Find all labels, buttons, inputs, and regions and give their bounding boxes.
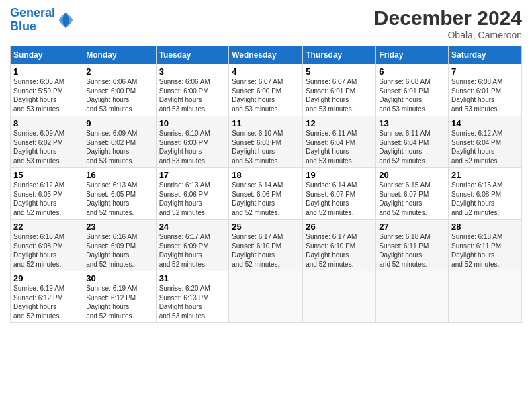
- day-info: Sunrise: 6:13 AM Sunset: 6:06 PM Dayligh…: [159, 181, 226, 217]
- table-row: 11 Sunrise: 6:10 AM Sunset: 6:03 PM Dayl…: [229, 116, 303, 168]
- calendar-week-4: 22 Sunrise: 6:16 AM Sunset: 6:08 PM Dayl…: [11, 220, 522, 271]
- day-info: Sunrise: 6:20 AM Sunset: 6:13 PM Dayligh…: [159, 284, 226, 320]
- day-info: Sunrise: 6:15 AM Sunset: 6:07 PM Dayligh…: [379, 181, 445, 217]
- day-info: Sunrise: 6:19 AM Sunset: 6:12 PM Dayligh…: [86, 284, 152, 320]
- day-number: 17: [159, 170, 226, 180]
- table-row: [303, 271, 376, 323]
- day-info: Sunrise: 6:09 AM Sunset: 6:02 PM Dayligh…: [86, 129, 152, 165]
- day-number: 8: [13, 118, 80, 128]
- table-row: 31 Sunrise: 6:20 AM Sunset: 6:13 PM Dayl…: [156, 271, 229, 323]
- calendar-week-3: 15 Sunrise: 6:12 AM Sunset: 6:05 PM Dayl…: [11, 168, 522, 220]
- table-row: 16 Sunrise: 6:13 AM Sunset: 6:05 PM Dayl…: [83, 168, 156, 220]
- day-info: Sunrise: 6:17 AM Sunset: 6:10 PM Dayligh…: [232, 232, 300, 269]
- day-number: 28: [451, 222, 519, 232]
- day-number: 27: [379, 222, 445, 232]
- day-number: 15: [13, 170, 80, 180]
- table-row: 28 Sunrise: 6:18 AM Sunset: 6:11 PM Dayl…: [449, 220, 522, 271]
- day-info: Sunrise: 6:18 AM Sunset: 6:11 PM Dayligh…: [451, 232, 519, 269]
- day-info: Sunrise: 6:07 AM Sunset: 6:00 PM Dayligh…: [232, 77, 300, 113]
- day-info: Sunrise: 6:14 AM Sunset: 6:07 PM Dayligh…: [306, 181, 373, 217]
- day-number: 25: [232, 222, 300, 232]
- day-info: Sunrise: 6:13 AM Sunset: 6:05 PM Dayligh…: [86, 181, 152, 217]
- table-row: 9 Sunrise: 6:09 AM Sunset: 6:02 PM Dayli…: [83, 116, 156, 168]
- day-info: Sunrise: 6:17 AM Sunset: 6:09 PM Dayligh…: [159, 232, 226, 269]
- table-row: 5 Sunrise: 6:07 AM Sunset: 6:01 PM Dayli…: [303, 64, 376, 116]
- table-row: 14 Sunrise: 6:12 AM Sunset: 6:04 PM Dayl…: [449, 116, 522, 168]
- day-number: 19: [306, 170, 373, 180]
- table-row: 8 Sunrise: 6:09 AM Sunset: 6:02 PM Dayli…: [11, 116, 83, 168]
- day-number: 23: [86, 222, 152, 232]
- day-number: 12: [306, 118, 373, 128]
- day-number: 11: [232, 118, 300, 128]
- day-number: 1: [13, 66, 80, 77]
- day-number: 26: [306, 222, 373, 232]
- table-row: 25 Sunrise: 6:17 AM Sunset: 6:10 PM Dayl…: [229, 220, 303, 271]
- table-row: [449, 271, 522, 323]
- title-block: December 2024 Obala, Cameroon: [374, 7, 522, 40]
- logo-text: General Blue: [10, 7, 55, 34]
- day-info: Sunrise: 6:16 AM Sunset: 6:09 PM Dayligh…: [86, 232, 152, 269]
- table-row: 1 Sunrise: 6:05 AM Sunset: 5:59 PM Dayli…: [11, 64, 83, 116]
- day-number: 9: [86, 118, 152, 128]
- day-info: Sunrise: 6:18 AM Sunset: 6:11 PM Dayligh…: [379, 232, 445, 269]
- day-number: 2: [86, 66, 152, 77]
- day-number: 5: [306, 66, 373, 77]
- day-info: Sunrise: 6:09 AM Sunset: 6:02 PM Dayligh…: [13, 129, 80, 165]
- logo-general: General: [10, 6, 55, 19]
- col-monday: Monday: [83, 46, 156, 64]
- day-info: Sunrise: 6:12 AM Sunset: 6:04 PM Dayligh…: [451, 129, 519, 165]
- day-number: 6: [379, 66, 445, 77]
- day-info: Sunrise: 6:08 AM Sunset: 6:01 PM Dayligh…: [451, 77, 519, 113]
- table-row: 3 Sunrise: 6:06 AM Sunset: 6:00 PM Dayli…: [156, 64, 229, 116]
- day-info: Sunrise: 6:08 AM Sunset: 6:01 PM Dayligh…: [379, 77, 445, 113]
- day-number: 21: [451, 170, 519, 180]
- table-row: 22 Sunrise: 6:16 AM Sunset: 6:08 PM Dayl…: [11, 220, 83, 271]
- day-number: 16: [86, 170, 152, 180]
- table-row: [229, 271, 303, 323]
- logo-icon: [56, 11, 75, 30]
- col-friday: Friday: [376, 46, 449, 64]
- col-tuesday: Tuesday: [156, 46, 229, 64]
- logo-blue: Blue: [10, 19, 36, 33]
- day-info: Sunrise: 6:14 AM Sunset: 6:06 PM Dayligh…: [232, 181, 300, 217]
- day-number: 10: [159, 118, 226, 128]
- table-row: 24 Sunrise: 6:17 AM Sunset: 6:09 PM Dayl…: [156, 220, 229, 271]
- table-row: 26 Sunrise: 6:17 AM Sunset: 6:10 PM Dayl…: [303, 220, 376, 271]
- logo: General Blue: [10, 7, 75, 34]
- day-number: 29: [13, 273, 80, 283]
- day-info: Sunrise: 6:11 AM Sunset: 6:04 PM Dayligh…: [306, 129, 373, 165]
- table-row: 10 Sunrise: 6:10 AM Sunset: 6:03 PM Dayl…: [156, 116, 229, 168]
- page: General Blue December 2024 Obala, Camero…: [0, 0, 532, 330]
- header: General Blue December 2024 Obala, Camero…: [10, 7, 522, 40]
- table-row: 12 Sunrise: 6:11 AM Sunset: 6:04 PM Dayl…: [303, 116, 376, 168]
- table-row: 19 Sunrise: 6:14 AM Sunset: 6:07 PM Dayl…: [303, 168, 376, 220]
- table-row: 21 Sunrise: 6:15 AM Sunset: 6:08 PM Dayl…: [449, 168, 522, 220]
- table-row: 2 Sunrise: 6:06 AM Sunset: 6:00 PM Dayli…: [83, 64, 156, 116]
- table-row: 29 Sunrise: 6:19 AM Sunset: 6:12 PM Dayl…: [11, 271, 83, 323]
- calendar-table: Sunday Monday Tuesday Wednesday Thursday…: [10, 46, 522, 323]
- header-row: Sunday Monday Tuesday Wednesday Thursday…: [11, 46, 522, 64]
- day-info: Sunrise: 6:10 AM Sunset: 6:03 PM Dayligh…: [159, 129, 226, 165]
- day-info: Sunrise: 6:17 AM Sunset: 6:10 PM Dayligh…: [306, 232, 373, 269]
- day-number: 4: [232, 66, 300, 77]
- main-title: December 2024: [374, 7, 522, 30]
- day-info: Sunrise: 6:11 AM Sunset: 6:04 PM Dayligh…: [379, 129, 445, 165]
- table-row: 7 Sunrise: 6:08 AM Sunset: 6:01 PM Dayli…: [449, 64, 522, 116]
- calendar-week-5: 29 Sunrise: 6:19 AM Sunset: 6:12 PM Dayl…: [11, 271, 522, 323]
- table-row: 15 Sunrise: 6:12 AM Sunset: 6:05 PM Dayl…: [11, 168, 83, 220]
- day-number: 30: [86, 273, 152, 283]
- col-sunday: Sunday: [11, 46, 83, 64]
- day-number: 3: [159, 66, 226, 77]
- day-info: Sunrise: 6:10 AM Sunset: 6:03 PM Dayligh…: [232, 129, 300, 165]
- table-row: 18 Sunrise: 6:14 AM Sunset: 6:06 PM Dayl…: [229, 168, 303, 220]
- calendar-week-1: 1 Sunrise: 6:05 AM Sunset: 5:59 PM Dayli…: [11, 64, 522, 116]
- day-info: Sunrise: 6:12 AM Sunset: 6:05 PM Dayligh…: [13, 181, 80, 217]
- col-thursday: Thursday: [303, 46, 376, 64]
- day-number: 18: [232, 170, 300, 180]
- col-wednesday: Wednesday: [229, 46, 303, 64]
- day-info: Sunrise: 6:07 AM Sunset: 6:01 PM Dayligh…: [306, 77, 373, 113]
- day-info: Sunrise: 6:15 AM Sunset: 6:08 PM Dayligh…: [451, 181, 519, 217]
- day-info: Sunrise: 6:05 AM Sunset: 5:59 PM Dayligh…: [13, 77, 80, 113]
- table-row: 23 Sunrise: 6:16 AM Sunset: 6:09 PM Dayl…: [83, 220, 156, 271]
- day-info: Sunrise: 6:06 AM Sunset: 6:00 PM Dayligh…: [86, 77, 152, 113]
